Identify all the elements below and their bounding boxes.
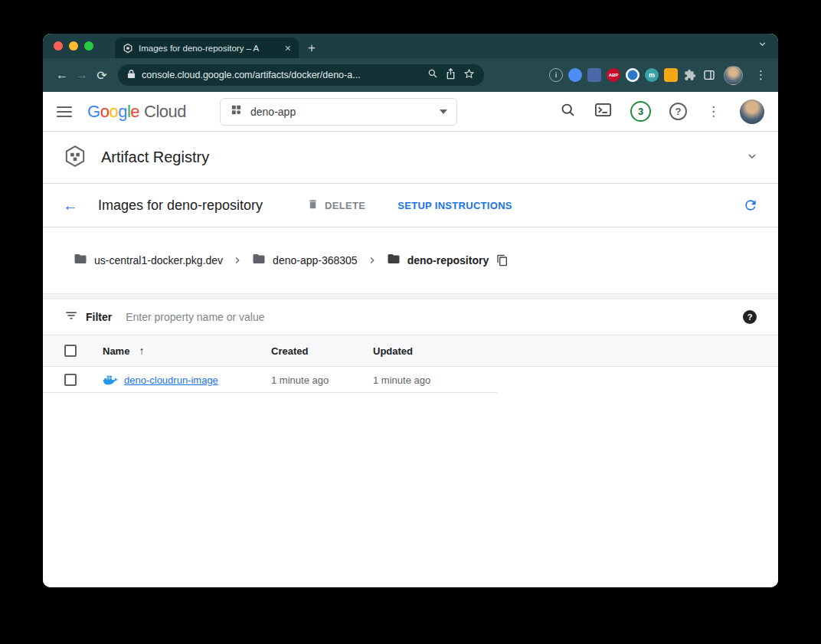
chevron-right-icon xyxy=(232,255,243,266)
back-button[interactable]: ← xyxy=(63,197,83,214)
project-icon xyxy=(230,103,243,119)
new-tab-button[interactable]: + xyxy=(308,41,316,54)
artifact-registry-bar: Artifact Registry xyxy=(43,132,778,184)
side-panel-icon[interactable] xyxy=(702,68,716,82)
project-name: deno-app xyxy=(250,106,296,118)
table-row: deno-cloudrun-image 1 minute ago 1 minut… xyxy=(43,367,778,393)
fullscreen-window-button[interactable] xyxy=(84,41,93,51)
folder-icon xyxy=(74,252,87,269)
sort-ascending-icon[interactable]: ↑ xyxy=(139,345,144,357)
delete-button[interactable]: DELETE xyxy=(307,198,365,212)
cell-created: 1 minute ago xyxy=(271,374,373,386)
project-caret-icon xyxy=(440,110,447,114)
project-selector[interactable]: deno-app xyxy=(220,98,457,126)
window-controls xyxy=(54,41,93,51)
page-header: ← Images for deno-repository DELETE SETU… xyxy=(43,184,778,227)
gcp-header-actions: 3 ? ⋮ xyxy=(560,100,764,124)
filter-bar: Filter ? xyxy=(43,299,778,335)
account-avatar[interactable] xyxy=(740,100,764,124)
section-divider xyxy=(43,293,778,299)
page-title: Images for deno-repository xyxy=(98,198,263,214)
ext-square-icon[interactable] xyxy=(587,68,601,82)
breadcrumb-item-project[interactable]: deno-app-368305 xyxy=(252,252,358,269)
notifications-badge[interactable]: 3 xyxy=(630,101,651,122)
cloud-shell-icon[interactable] xyxy=(594,101,612,122)
table-header-row: Name ↑ Created Updated xyxy=(43,335,778,367)
browser-tab[interactable]: Images for deno-repository – A × xyxy=(115,38,299,58)
navigation-menu-icon[interactable] xyxy=(57,106,72,117)
url-text: console.cloud.google.com/artifacts/docke… xyxy=(142,70,361,80)
browser-window: Images for deno-repository – A × + ← → ⟳… xyxy=(43,34,778,587)
ext-pin-icon[interactable] xyxy=(568,68,582,82)
close-window-button[interactable] xyxy=(54,41,63,51)
filter-input[interactable] xyxy=(126,311,743,323)
zoom-icon[interactable] xyxy=(427,68,438,82)
extensions-area: i ABP m ⋮ xyxy=(549,66,769,85)
browser-menu-kebab-icon[interactable]: ⋮ xyxy=(753,68,769,82)
setup-instructions-label: SETUP INSTRUCTIONS xyxy=(397,200,512,211)
column-header-name[interactable]: Name xyxy=(103,345,129,357)
docker-icon xyxy=(103,374,118,386)
close-tab-icon[interactable]: × xyxy=(283,43,293,54)
content-filler xyxy=(43,393,778,587)
copy-icon[interactable] xyxy=(496,254,509,266)
ext-info-icon[interactable]: i xyxy=(549,68,563,82)
share-icon[interactable] xyxy=(446,68,456,83)
trash-icon xyxy=(307,198,319,212)
breadcrumb-item-repository[interactable]: deno-repository xyxy=(387,252,489,269)
collapse-chevron-icon[interactable] xyxy=(746,150,758,165)
setup-instructions-button[interactable]: SETUP INSTRUCTIONS xyxy=(397,200,512,211)
ext-circle-icon[interactable] xyxy=(626,68,639,82)
refresh-button[interactable] xyxy=(743,198,758,213)
ext-adblock-icon[interactable]: ABP xyxy=(607,68,620,82)
select-all-checkbox[interactable] xyxy=(64,345,77,357)
folder-icon xyxy=(387,252,401,269)
chevron-right-icon xyxy=(367,255,378,266)
folder-icon xyxy=(252,252,266,269)
minimize-window-button[interactable] xyxy=(69,41,78,51)
artifact-registry-favicon-icon xyxy=(123,43,133,54)
bookmark-star-icon[interactable] xyxy=(463,68,475,83)
reload-icon[interactable]: ⟳ xyxy=(92,65,112,85)
extensions-puzzle-icon[interactable] xyxy=(683,68,697,82)
gcp-kebab-icon[interactable]: ⋮ xyxy=(705,103,721,119)
tab-title: Images for deno-repository – A xyxy=(139,44,278,53)
column-header-created[interactable]: Created xyxy=(271,345,373,357)
filter-label: Filter xyxy=(86,311,112,323)
gcp-header: Google Cloud deno-app 3 ? ⋮ xyxy=(43,92,778,132)
ext-mattermost-icon[interactable]: m xyxy=(645,68,659,82)
artifact-registry-logo-icon xyxy=(63,144,87,172)
tab-strip: Images for deno-repository – A × + xyxy=(43,34,778,58)
app-title: Artifact Registry xyxy=(101,149,209,166)
search-icon[interactable] xyxy=(560,102,576,121)
forward-icon[interactable]: → xyxy=(72,65,92,85)
back-icon[interactable]: ← xyxy=(52,65,72,85)
google-cloud-logo[interactable]: Google Cloud xyxy=(87,102,186,122)
ext-orange-icon[interactable] xyxy=(664,68,678,82)
address-bar[interactable]: console.cloud.google.com/artifacts/docke… xyxy=(118,64,484,86)
lock-icon xyxy=(127,68,136,82)
logo-cloud-text: Cloud xyxy=(144,102,186,122)
tab-search-chevron-icon[interactable] xyxy=(757,38,767,52)
row-checkbox[interactable] xyxy=(64,374,77,386)
column-header-updated[interactable]: Updated xyxy=(373,345,778,357)
filter-help-icon[interactable]: ? xyxy=(743,310,757,324)
filter-icon xyxy=(64,309,78,325)
breadcrumb: us-central1-docker.pkg.dev deno-app-3683… xyxy=(43,227,778,293)
cell-updated: 1 minute ago xyxy=(373,374,778,386)
delete-button-label: DELETE xyxy=(325,200,365,211)
breadcrumb-item-registry[interactable]: us-central1-docker.pkg.dev xyxy=(74,252,223,269)
browser-profile-avatar[interactable] xyxy=(724,66,743,85)
help-icon[interactable]: ? xyxy=(669,103,687,120)
browser-toolbar: ← → ⟳ console.cloud.google.com/artifacts… xyxy=(43,58,778,92)
image-link[interactable]: deno-cloudrun-image xyxy=(124,374,218,386)
